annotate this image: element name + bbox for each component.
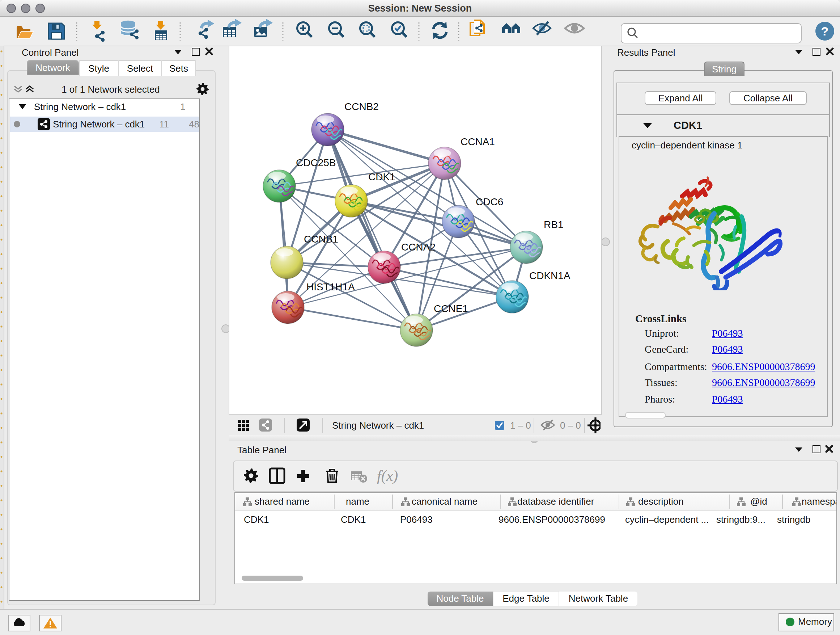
svg-text:CDC6: CDC6	[476, 196, 503, 207]
svg-text:CDC25B: CDC25B	[296, 157, 336, 168]
svg-text:f(x): f(x)	[377, 467, 398, 485]
svg-text:CDKN1A: CDKN1A	[529, 270, 570, 281]
svg-text:CCNA1: CCNA1	[461, 136, 495, 147]
svg-text:CCNE1: CCNE1	[434, 303, 468, 314]
svg-text:CCNB1: CCNB1	[304, 233, 338, 245]
svg-text:CDK1: CDK1	[368, 171, 395, 182]
svg-text:CCNA2: CCNA2	[401, 241, 436, 253]
svg-text:?: ?	[821, 24, 829, 38]
svg-text:RB1: RB1	[544, 219, 563, 230]
svg-text:HIST1H1A: HIST1H1A	[306, 281, 355, 293]
svg-text:CCNB2: CCNB2	[344, 101, 379, 112]
